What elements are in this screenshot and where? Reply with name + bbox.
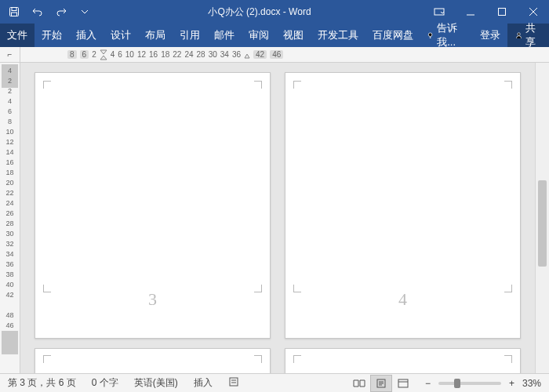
window-title: 小Q办公 (2).docx - Word — [96, 5, 424, 19]
indent-marker-icon[interactable] — [100, 49, 107, 60]
tab-view[interactable]: 视图 — [276, 24, 311, 47]
svg-point-6 — [518, 33, 520, 35]
tab-references[interactable]: 引用 — [173, 24, 207, 47]
status-insert-mode[interactable]: 插入 — [186, 376, 220, 390]
minimize-button[interactable] — [455, 0, 486, 24]
chevron-down-icon — [81, 8, 89, 16]
view-web-layout[interactable] — [392, 375, 414, 392]
zoom-slider-handle[interactable] — [454, 379, 460, 388]
page-thumbnail[interactable]: 4 — [285, 72, 521, 339]
svg-rect-7 — [230, 378, 238, 386]
page-thumbnail[interactable] — [285, 348, 521, 373]
save-icon — [9, 6, 20, 17]
qat-customize-button[interactable] — [74, 2, 96, 22]
close-button[interactable] — [518, 0, 549, 24]
page-number: 4 — [285, 289, 520, 310]
horizontal-ruler-row: ⌐ 8 6 2 4 6 1012 1618 2224 2830 3436 42 … — [0, 47, 549, 63]
zoom-slider[interactable] — [438, 382, 501, 385]
view-print-layout[interactable] — [370, 375, 392, 392]
share-button[interactable]: 共享 — [507, 24, 549, 47]
window-controls — [424, 0, 549, 24]
maximize-button[interactable] — [486, 0, 518, 24]
zoom-percent[interactable]: 33% — [522, 378, 541, 389]
zoom-out-button[interactable]: − — [422, 378, 434, 389]
status-word-count[interactable]: 0 个字 — [84, 376, 126, 390]
zoom-controls: − + 33% — [414, 378, 549, 389]
redo-icon — [55, 6, 67, 17]
ribbon-display-options[interactable] — [424, 0, 455, 24]
zoom-in-button[interactable]: + — [506, 378, 518, 389]
page-number: 3 — [35, 289, 270, 310]
tab-review[interactable]: 审阅 — [242, 24, 276, 47]
ribbon-tabs: 文件 开始 插入 设计 布局 引用 邮件 审阅 视图 开发工具 百度网盘 告诉我… — [0, 24, 549, 47]
document-canvas[interactable]: 3 4 — [20, 63, 535, 373]
status-bar: 第 3 页，共 6 页 0 个字 英语(美国) 插入 − + 33% — [0, 373, 549, 392]
tell-me-label: 告诉我... — [437, 21, 467, 49]
status-language[interactable]: 英语(美国) — [126, 376, 186, 390]
tab-developer[interactable]: 开发工具 — [311, 24, 365, 47]
tab-design[interactable]: 设计 — [104, 24, 138, 47]
ribbon-options-icon — [434, 7, 445, 16]
save-button[interactable] — [3, 2, 25, 22]
login-button[interactable]: 登录 — [473, 24, 507, 47]
web-layout-icon — [398, 379, 409, 388]
page-grid: 3 4 — [20, 63, 535, 373]
status-page[interactable]: 第 3 页，共 6 页 — [0, 376, 84, 390]
undo-button[interactable] — [27, 2, 49, 22]
tab-layout[interactable]: 布局 — [138, 24, 173, 47]
status-track-changes[interactable] — [220, 376, 247, 390]
tab-file[interactable]: 文件 — [0, 24, 35, 47]
svg-rect-9 — [398, 379, 408, 387]
tab-home[interactable]: 开始 — [35, 24, 69, 47]
workspace: ⌐ 8 6 2 4 6 1012 1618 2224 2830 3436 42 … — [0, 47, 549, 373]
tab-baidu[interactable]: 百度网盘 — [365, 24, 420, 47]
page-thumbnail[interactable]: 3 — [35, 72, 271, 339]
maximize-icon — [497, 7, 507, 16]
svg-rect-4 — [499, 9, 506, 16]
share-person-icon — [515, 31, 522, 40]
lightbulb-icon — [427, 31, 434, 40]
tab-mailings[interactable]: 邮件 — [207, 24, 242, 47]
vertical-ruler[interactable]: 42 24 68 1012 1416 1820 2224 2628 3032 3… — [0, 63, 20, 373]
close-icon — [529, 7, 538, 16]
scrollbar-thumb[interactable] — [538, 180, 547, 267]
tell-me-search[interactable]: 告诉我... — [420, 24, 473, 47]
minimize-icon — [466, 7, 475, 16]
track-changes-icon — [228, 376, 239, 387]
view-read-mode[interactable] — [348, 375, 370, 392]
redo-button[interactable] — [50, 2, 72, 22]
page-thumbnail[interactable] — [35, 348, 271, 373]
right-indent-marker-icon[interactable] — [244, 51, 250, 59]
quick-access-toolbar — [0, 2, 96, 22]
print-layout-icon — [376, 379, 387, 388]
mid-row: 42 24 68 1012 1416 1820 2224 2628 3032 3… — [0, 63, 549, 373]
undo-icon — [31, 6, 44, 17]
svg-rect-2 — [12, 13, 17, 16]
svg-rect-3 — [434, 9, 444, 15]
share-label: 共享 — [525, 21, 541, 49]
ruler-corner: ⌐ — [0, 47, 20, 62]
vertical-scrollbar[interactable] — [535, 63, 549, 373]
svg-point-5 — [428, 33, 432, 37]
svg-rect-1 — [12, 8, 16, 11]
tab-insert[interactable]: 插入 — [69, 24, 104, 47]
title-bar: 小Q办公 (2).docx - Word — [0, 0, 549, 24]
horizontal-ruler[interactable]: 8 6 2 4 6 1012 1618 2224 2830 3436 42 46 — [20, 47, 549, 62]
read-mode-icon — [353, 379, 365, 388]
